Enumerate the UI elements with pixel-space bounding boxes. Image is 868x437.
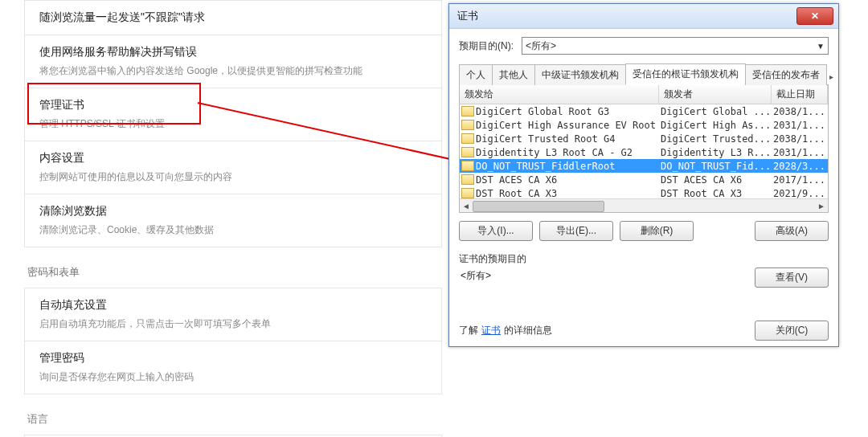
cert-row[interactable]: DigiCert Global Root G3DigiCert Global .… <box>460 104 828 118</box>
certificate-icon <box>461 106 474 116</box>
setting-title: 清除浏览数据 <box>39 204 427 218</box>
scroll-track[interactable] <box>473 199 815 212</box>
setting-item-manage-passwords[interactable]: 管理密码 询问是否保存您在网页上输入的密码 <box>24 341 442 394</box>
cert-expiry: 2038/1... <box>772 133 828 145</box>
learn-certificates-link[interactable]: 证书 <box>481 324 501 337</box>
horizontal-scrollbar[interactable]: ◄ ► <box>460 198 828 212</box>
close-button[interactable]: ✕ <box>796 7 833 25</box>
tab-other-people[interactable]: 其他人 <box>492 64 535 85</box>
import-button[interactable]: 导入(I)... <box>459 221 533 241</box>
cert-issued-by: DigiCert High As... <box>659 120 772 131</box>
combobox-value: <所有> <box>526 39 556 53</box>
scroll-left-icon[interactable]: ◄ <box>460 202 473 210</box>
cert-expiry: 2031/1... <box>772 120 828 131</box>
section-heading-language: 语言 <box>27 412 439 427</box>
setting-item-autofill[interactable]: 自动填充设置 启用自动填充功能后，只需点击一次即可填写多个表单 <box>24 288 442 341</box>
cert-issued-to: DO_NOT_TRUST_FiddlerRoot <box>476 161 615 172</box>
certificate-icon <box>461 147 474 157</box>
setting-item-content[interactable]: 内容设置 控制网站可使用的信息以及可向您显示的内容 <box>24 141 442 194</box>
certificate-icon <box>461 133 474 144</box>
remove-button[interactable]: 删除(R) <box>620 221 694 241</box>
view-button[interactable]: 查看(V) <box>755 268 829 288</box>
tab-personal[interactable]: 个人 <box>459 64 493 85</box>
close-icon: ✕ <box>811 10 819 22</box>
cert-expiry: 2017/1... <box>772 174 828 186</box>
cert-intended-purpose-value: <所有> <box>461 269 491 283</box>
cert-issued-to: DigiCert Trusted Root G4 <box>476 133 615 145</box>
cert-issued-to: DST Root CA X3 <box>476 188 557 199</box>
cert-row[interactable]: DST ACES CA X6DST ACES CA X62017/1... <box>460 173 828 186</box>
certificate-icon <box>461 188 474 198</box>
advanced-button[interactable]: 高级(A) <box>755 221 829 241</box>
column-expiry[interactable]: 截止日期 <box>772 85 828 104</box>
setting-subtitle: 将您在浏览器中输入的内容发送给 Google，以便提供更智能的拼写检查功能 <box>39 64 427 78</box>
setting-title: 内容设置 <box>39 151 427 165</box>
cert-issued-to: Digidentity L3 Root CA - G2 <box>476 147 633 158</box>
cert-row[interactable]: DO_NOT_TRUST_FiddlerRootDO_NOT_TRUST_Fid… <box>460 159 828 173</box>
cert-issued-by: Digidentity L3 R... <box>659 147 772 158</box>
cert-issued-to: DigiCert High Assurance EV Root CA <box>476 120 659 131</box>
tab-trusted-publishers[interactable]: 受信任的发布者 <box>745 64 827 85</box>
cert-expiry: 2038/1... <box>772 106 828 117</box>
learn-prefix: 了解 <box>459 324 478 337</box>
learn-suffix: 的详细信息 <box>504 324 552 337</box>
setting-subtitle: 启用自动填充功能后，只需点击一次即可填写多个表单 <box>39 317 427 331</box>
cert-issued-by: DigiCert Global ... <box>659 106 772 117</box>
setting-item-dnt[interactable]: 随浏览流量一起发送"不跟踪"请求 <box>24 0 442 35</box>
column-issued-by[interactable]: 颁发者 <box>659 85 772 104</box>
setting-title: 管理证书 <box>39 98 427 112</box>
tab-overflow-icon[interactable]: ▸ <box>826 69 837 84</box>
close-dialog-button[interactable]: 关闭(C) <box>755 321 829 341</box>
certificates-dialog: 证书 ✕ 预期目的(N): <所有> ▼ 个人 其他人 中级证书颁发机构 受信任… <box>448 3 839 347</box>
cert-issued-by: DigiCert Trusted... <box>659 133 772 145</box>
cert-intended-purpose-label: 证书的预期目的 <box>459 252 829 266</box>
cert-issued-by: DST ACES CA X6 <box>659 174 772 186</box>
certificate-icon <box>461 161 474 171</box>
intended-purpose-combobox[interactable]: <所有> ▼ <box>522 37 829 55</box>
dialog-title: 证书 <box>457 9 796 23</box>
tab-trusted-root-ca[interactable]: 受信任的根证书颁发机构 <box>625 63 746 85</box>
setting-item-spellcheck[interactable]: 使用网络服务帮助解决拼写错误 将您在浏览器中输入的内容发送给 Google，以便… <box>24 35 442 88</box>
intended-purpose-label: 预期目的(N): <box>459 39 514 53</box>
setting-title: 随浏览流量一起发送"不跟踪"请求 <box>39 10 427 25</box>
setting-title: 自动填充设置 <box>39 298 427 312</box>
column-issued-to[interactable]: 颁发给 <box>460 85 659 104</box>
cert-list-header: 颁发给 颁发者 截止日期 <box>460 85 828 104</box>
export-button[interactable]: 导出(E)... <box>539 221 613 241</box>
setting-subtitle: 清除浏览记录、Cookie、缓存及其他数据 <box>39 223 427 237</box>
scroll-thumb[interactable] <box>473 201 604 212</box>
cert-expiry: 2028/3... <box>772 161 828 172</box>
setting-subtitle: 控制网站可使用的信息以及可向您显示的内容 <box>39 170 427 184</box>
scroll-right-icon[interactable]: ► <box>815 202 828 210</box>
dialog-titlebar[interactable]: 证书 ✕ <box>449 4 838 29</box>
cert-row[interactable]: Digidentity L3 Root CA - G2Digidentity L… <box>460 145 828 159</box>
setting-item-clear-data[interactable]: 清除浏览数据 清除浏览记录、Cookie、缓存及其他数据 <box>24 194 442 247</box>
cert-list: 颁发给 颁发者 截止日期 DigiCert Global Root G3Digi… <box>459 85 829 213</box>
setting-title: 使用网络服务帮助解决拼写错误 <box>39 45 427 59</box>
section-heading-passwords: 密码和表单 <box>27 265 439 280</box>
certificate-icon <box>461 174 474 185</box>
chrome-settings-panel: 随浏览流量一起发送"不跟踪"请求 使用网络服务帮助解决拼写错误 将您在浏览器中输… <box>24 0 442 437</box>
setting-title: 管理密码 <box>39 351 427 366</box>
setting-subtitle: 管理 HTTPS/SSL 证书和设置 <box>39 117 427 131</box>
cert-issued-by: DST Root CA X3 <box>659 188 772 199</box>
setting-subtitle: 询问是否保存您在网页上输入的密码 <box>39 370 427 384</box>
setting-item-manage-certs[interactable]: 管理证书 管理 HTTPS/SSL 证书和设置 <box>24 88 442 141</box>
tab-intermediate-ca[interactable]: 中级证书颁发机构 <box>534 64 626 85</box>
cert-tabs: 个人 其他人 中级证书颁发机构 受信任的根证书颁发机构 受信任的发布者 ▸ <box>459 63 829 85</box>
cert-row[interactable]: DigiCert Trusted Root G4DigiCert Trusted… <box>460 132 828 145</box>
cert-row[interactable]: DigiCert High Assurance EV Root CADigiCe… <box>460 118 828 132</box>
certificate-icon <box>461 120 474 130</box>
cert-issued-by: DO_NOT_TRUST_Fid... <box>659 161 772 172</box>
cert-expiry: 2021/9... <box>772 188 828 199</box>
chevron-down-icon: ▼ <box>817 42 825 51</box>
cert-issued-to: DigiCert Global Root G3 <box>476 106 609 117</box>
cert-issued-to: DST ACES CA X6 <box>476 174 557 186</box>
cert-expiry: 2031/1... <box>772 147 828 158</box>
